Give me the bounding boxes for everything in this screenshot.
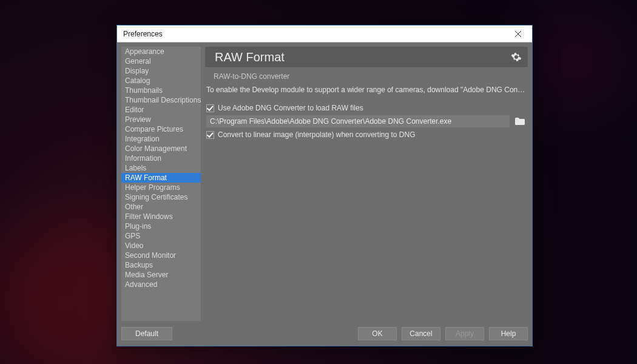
linear-label: Convert to linear image (interpolate) wh… [218, 130, 416, 139]
sidebar-item-color-management[interactable]: Color Management [121, 144, 201, 153]
page-title: RAW Format [215, 50, 511, 64]
section-description: To enable the Develop module to support … [205, 83, 528, 103]
sidebar-item-helper-programs[interactable]: Helper Programs [121, 183, 201, 192]
main-panel: RAW Format RAW-to-DNG converter To enabl… [205, 47, 528, 321]
sidebar-item-preview[interactable]: Preview [121, 115, 201, 124]
sidebar-item-plug-ins[interactable]: Plug-ins [121, 221, 201, 231]
sidebar-item-information[interactable]: Information [121, 153, 201, 163]
sidebar-item-general[interactable]: General [121, 56, 201, 66]
browse-button[interactable] [513, 116, 527, 127]
sidebar-list: AppearanceGeneralDisplayCatalogThumbnail… [121, 47, 201, 321]
gear-icon[interactable] [511, 52, 522, 62]
converter-path-input[interactable] [206, 115, 510, 127]
sidebar-item-integration[interactable]: Integration [121, 134, 201, 144]
sidebar-item-media-server[interactable]: Media Server [121, 270, 201, 280]
sidebar: AppearanceGeneralDisplayCatalogThumbnail… [121, 47, 201, 321]
sidebar-item-backups[interactable]: Backups [121, 260, 201, 270]
sidebar-item-compare-pictures[interactable]: Compare Pictures [121, 124, 201, 134]
section-label: RAW-to-DNG converter [205, 67, 528, 83]
linear-checkbox[interactable] [206, 131, 214, 139]
sidebar-item-labels[interactable]: Labels [121, 163, 201, 173]
sidebar-item-second-monitor[interactable]: Second Monitor [121, 251, 201, 260]
default-button[interactable]: Default [121, 327, 172, 340]
use-converter-label: Use Adobe DNG Converter to load RAW file… [218, 104, 363, 112]
apply-button[interactable]: Apply [445, 327, 484, 340]
preferences-window: Preferences AppearanceGeneralDisplayCata… [116, 25, 533, 346]
cancel-button[interactable]: Cancel [402, 327, 440, 340]
main-header: RAW Format [205, 47, 528, 67]
sidebar-item-signing-certificates[interactable]: Signing Certificates [121, 192, 201, 202]
titlebar: Preferences [117, 25, 532, 42]
folder-icon [515, 118, 525, 125]
close-button[interactable] [509, 27, 527, 41]
window-title: Preferences [123, 30, 509, 38]
sidebar-item-thumbnail-descriptions[interactable]: Thumbnail Descriptions [121, 95, 201, 105]
use-converter-checkbox[interactable] [206, 104, 214, 112]
sidebar-item-gps[interactable]: GPS [121, 231, 201, 241]
sidebar-item-appearance[interactable]: Appearance [121, 47, 201, 56]
footer: Default OK Cancel Apply Help [117, 325, 532, 346]
sidebar-item-video[interactable]: Video [121, 241, 201, 251]
sidebar-item-thumbnails[interactable]: Thumbnails [121, 86, 201, 95]
linear-row: Convert to linear image (interpolate) wh… [205, 129, 528, 140]
sidebar-item-display[interactable]: Display [121, 66, 201, 76]
window-body: AppearanceGeneralDisplayCatalogThumbnail… [117, 42, 532, 325]
sidebar-item-raw-format[interactable]: RAW Format [121, 173, 201, 183]
sidebar-item-catalog[interactable]: Catalog [121, 76, 201, 86]
sidebar-item-other[interactable]: Other [121, 202, 201, 212]
use-converter-row: Use Adobe DNG Converter to load RAW file… [205, 103, 528, 113]
sidebar-item-filter-windows[interactable]: Filter Windows [121, 212, 201, 221]
help-button[interactable]: Help [489, 327, 528, 340]
sidebar-item-advanced[interactable]: Advanced [121, 280, 201, 289]
ok-button[interactable]: OK [358, 327, 397, 340]
sidebar-item-editor[interactable]: Editor [121, 105, 201, 115]
close-icon [515, 31, 521, 37]
path-row [205, 113, 528, 129]
